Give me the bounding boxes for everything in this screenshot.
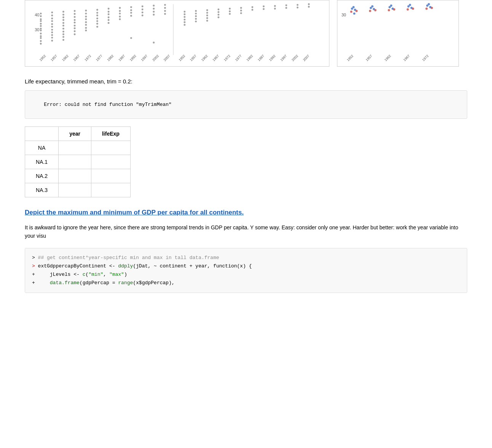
- table-cell: [91, 141, 130, 155]
- table-cell: [59, 169, 91, 183]
- svg-point-132: [217, 11, 219, 13]
- svg-point-53: [62, 16, 64, 18]
- svg-point-145: [274, 5, 276, 7]
- svg-text:40: 40: [35, 13, 39, 17]
- svg-point-64: [74, 16, 76, 18]
- svg-point-168: [369, 10, 371, 12]
- svg-point-62: [74, 10, 76, 12]
- table-row: NA.1: [25, 155, 131, 169]
- svg-point-166: [371, 5, 374, 8]
- svg-point-70: [74, 34, 76, 35]
- svg-point-133: [217, 14, 219, 16]
- svg-text:1957: 1957: [365, 54, 373, 62]
- table-cell: [59, 183, 91, 197]
- svg-point-50: [51, 40, 53, 42]
- svg-point-29: [40, 18, 42, 20]
- svg-point-117: [184, 16, 185, 18]
- code-line-2: > extGdppercapByContinent <- ddply(jDat,…: [32, 262, 460, 270]
- svg-point-71: [85, 10, 87, 11]
- svg-point-89: [108, 16, 110, 18]
- life-expectancy-label: Life expectancy, trimmed mean, trim = 0.…: [25, 78, 467, 85]
- code-line-4: + data.frame(gdpPercap = range(x$gdpPerc…: [32, 279, 460, 287]
- svg-point-152: [308, 6, 310, 8]
- svg-point-103: [142, 8, 144, 10]
- svg-point-85: [96, 26, 98, 28]
- svg-point-77: [85, 27, 87, 29]
- svg-point-164: [353, 13, 355, 15]
- svg-text:2002: 2002: [152, 54, 160, 62]
- svg-text:1967: 1967: [403, 54, 411, 62]
- table-cell: [59, 141, 91, 155]
- svg-text:2007: 2007: [302, 54, 310, 62]
- svg-point-65: [74, 19, 76, 21]
- section-heading-link[interactable]: Depict the maximum and minimum of GDP pe…: [25, 209, 467, 216]
- svg-point-120: [184, 24, 185, 26]
- svg-point-40: [51, 11, 53, 13]
- svg-point-72: [85, 13, 87, 14]
- svg-point-92: [119, 7, 121, 9]
- svg-point-121: [195, 10, 197, 12]
- left-chart: 40 30 1952 1957 1962 1967 1972 1977 1982…: [25, 0, 329, 67]
- svg-point-119: [184, 21, 185, 23]
- svg-point-67: [74, 25, 76, 27]
- svg-text:1967: 1967: [212, 54, 220, 62]
- svg-point-54: [62, 19, 64, 21]
- svg-point-84: [96, 23, 98, 25]
- svg-point-51: [62, 11, 64, 13]
- svg-point-141: [251, 6, 253, 8]
- data-table: year lifeExp NANA.1NA.2NA.3: [25, 126, 131, 197]
- svg-point-90: [108, 19, 110, 21]
- svg-text:1972: 1972: [422, 54, 430, 62]
- svg-point-81: [96, 14, 98, 16]
- svg-text:1962: 1962: [384, 54, 392, 62]
- svg-point-47: [51, 32, 53, 34]
- svg-point-76: [85, 24, 87, 26]
- svg-point-46: [51, 29, 53, 31]
- svg-text:1987: 1987: [257, 54, 265, 62]
- svg-text:1952: 1952: [346, 54, 354, 62]
- svg-text:2002: 2002: [291, 54, 299, 62]
- svg-point-135: [229, 8, 231, 10]
- svg-point-122: [195, 13, 197, 14]
- table-row: NA.2: [25, 169, 131, 183]
- svg-point-34: [40, 30, 42, 32]
- svg-point-98: [130, 9, 132, 11]
- svg-point-69: [74, 30, 76, 32]
- svg-point-115: [184, 11, 185, 13]
- svg-point-137: [229, 13, 231, 15]
- svg-point-128: [206, 14, 208, 16]
- svg-text:2007: 2007: [163, 54, 171, 62]
- svg-point-114: [164, 13, 166, 15]
- svg-point-87: [108, 11, 110, 13]
- svg-text:30: 30: [342, 13, 346, 17]
- table-cell: [91, 183, 130, 197]
- svg-point-136: [229, 10, 231, 12]
- svg-point-27: [40, 13, 42, 14]
- code-line-3: + jLevels <- c("min", "max"): [32, 270, 460, 279]
- code-line-1: > ## get continent*year-specific min and…: [32, 254, 460, 262]
- svg-point-43: [51, 20, 53, 22]
- svg-point-45: [51, 26, 53, 28]
- svg-point-106: [153, 5, 155, 6]
- code-block-syntax: > ## get continent*year-specific min and…: [25, 248, 467, 293]
- table-header-index: [25, 127, 59, 141]
- svg-point-118: [184, 19, 185, 21]
- table-cell: NA.1: [25, 155, 59, 169]
- svg-point-149: [297, 4, 299, 6]
- svg-point-184: [431, 7, 433, 9]
- svg-text:1962: 1962: [61, 54, 69, 62]
- svg-point-111: [164, 4, 166, 6]
- svg-point-78: [85, 30, 87, 32]
- svg-point-33: [40, 28, 42, 30]
- svg-point-176: [409, 4, 411, 6]
- svg-point-55: [62, 22, 64, 24]
- svg-point-105: [142, 14, 144, 16]
- svg-point-107: [153, 8, 155, 10]
- svg-point-52: [62, 14, 64, 16]
- svg-text:1977: 1977: [235, 54, 243, 62]
- table-cell: [59, 155, 91, 169]
- svg-point-32: [40, 25, 42, 27]
- table-cell: NA.2: [25, 169, 59, 183]
- svg-point-144: [263, 8, 265, 10]
- svg-point-110: [153, 42, 155, 43]
